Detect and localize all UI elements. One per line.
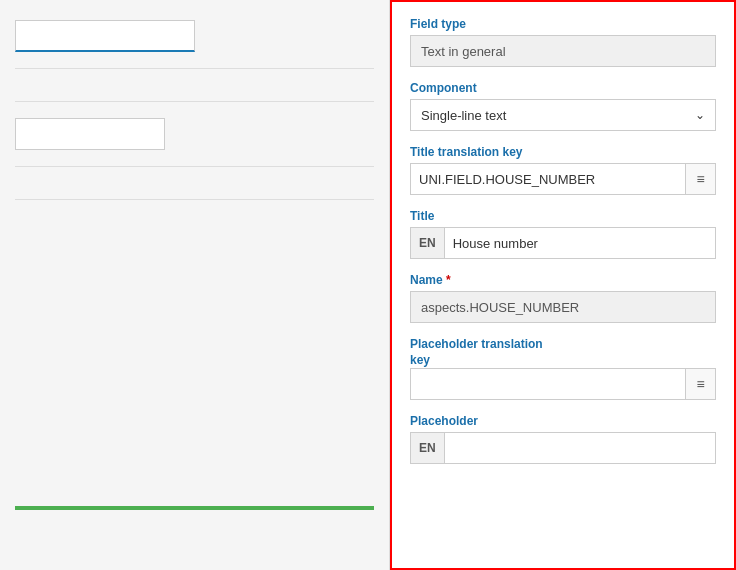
name-group: Name * aspects.HOUSE_NUMBER — [410, 273, 716, 323]
component-select[interactable]: Single-line text ⌄ — [410, 99, 716, 131]
left-divider-1 — [15, 68, 374, 69]
green-bar — [15, 506, 374, 510]
title-group: Title EN — [410, 209, 716, 259]
component-group: Component Single-line text ⌄ — [410, 81, 716, 131]
left-row-3 — [15, 118, 374, 150]
placeholder-group: Placeholder EN — [410, 414, 716, 464]
list-icon: ≡ — [696, 171, 704, 187]
list-icon: ≡ — [696, 376, 704, 392]
component-label: Component — [410, 81, 716, 95]
placeholder-translation-key-input-row: ≡ — [410, 368, 716, 400]
left-row-1 — [15, 20, 374, 52]
placeholder-label: Placeholder — [410, 414, 716, 428]
left-spacer — [15, 216, 374, 494]
placeholder-translation-key-label: Placeholder translation key — [410, 337, 716, 368]
placeholder-translation-key-list-button[interactable]: ≡ — [685, 369, 715, 399]
chevron-down-icon: ⌄ — [695, 108, 705, 122]
left-input-blue[interactable] — [15, 20, 195, 52]
title-translation-key-input[interactable] — [411, 164, 685, 194]
component-value: Single-line text — [421, 108, 506, 123]
right-panel: Field type Text in general Component Sin… — [390, 0, 736, 570]
required-star: * — [446, 273, 451, 287]
title-translation-key-input-row: ≡ — [410, 163, 716, 195]
left-divider-2 — [15, 101, 374, 102]
placeholder-input-row: EN — [410, 432, 716, 464]
title-input[interactable] — [445, 228, 715, 258]
title-input-row: EN — [410, 227, 716, 259]
left-divider-4 — [15, 199, 374, 200]
field-type-label: Field type — [410, 17, 716, 31]
name-value: aspects.HOUSE_NUMBER — [410, 291, 716, 323]
placeholder-translation-key-input[interactable] — [411, 369, 685, 399]
left-input-short[interactable] — [15, 118, 165, 150]
field-type-group: Field type Text in general — [410, 17, 716, 67]
title-translation-key-list-button[interactable]: ≡ — [685, 164, 715, 194]
left-divider-3 — [15, 166, 374, 167]
name-label: Name * — [410, 273, 716, 287]
title-label: Title — [410, 209, 716, 223]
placeholder-input[interactable] — [445, 433, 715, 463]
placeholder-lang-badge: EN — [411, 433, 445, 463]
placeholder-translation-key-group: Placeholder translation key ≡ — [410, 337, 716, 400]
title-translation-key-group: Title translation key ≡ — [410, 145, 716, 195]
title-lang-badge: EN — [411, 228, 445, 258]
field-type-value: Text in general — [410, 35, 716, 67]
title-translation-key-label: Title translation key — [410, 145, 716, 159]
left-panel — [0, 0, 390, 570]
